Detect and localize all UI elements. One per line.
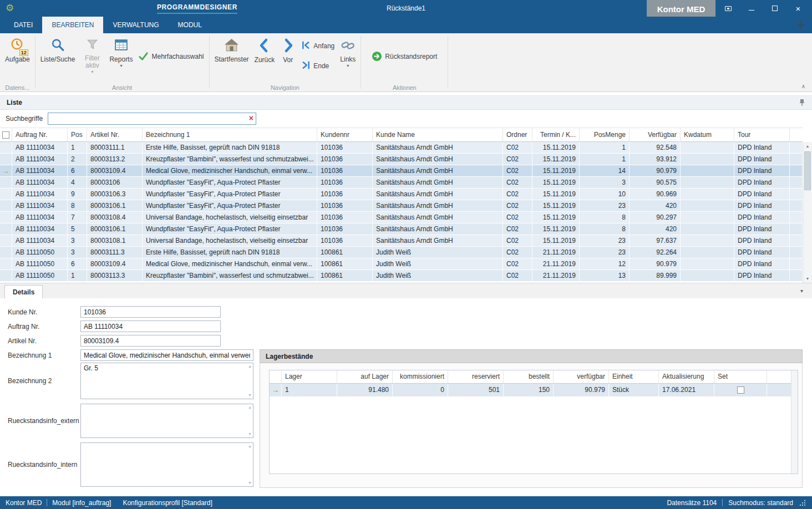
scroll-up-icon[interactable]: ▲ [248, 444, 252, 448]
artikel-nr-field[interactable] [80, 335, 221, 347]
lager-column-header-lager[interactable]: Lager [282, 370, 337, 383]
select-all-checkbox[interactable] [2, 131, 9, 139]
cell-tour: DPD Inland [734, 258, 790, 269]
column-header-tour[interactable]: Tour [734, 128, 790, 141]
lager-column-header-bestellt[interactable]: bestellt [504, 370, 554, 383]
table-row[interactable]: AB 11110034180003111.1Erste Hilfe, Basis… [0, 142, 803, 154]
vor-button[interactable]: Vor [277, 35, 298, 65]
lager-column-header-kommissioniert[interactable]: kommissioniert [393, 370, 448, 383]
lager-column-header-set[interactable]: Set [714, 370, 767, 383]
rueckstandsinfo-intern-field[interactable] [80, 442, 253, 487]
column-header-pos[interactable]: Pos [68, 128, 87, 141]
row-selector[interactable] [0, 154, 12, 165]
rueckstandsreport-button[interactable]: Rückstandsreport [369, 48, 440, 64]
collapse-ribbon-icon[interactable]: ∧ [801, 83, 805, 89]
table-row[interactable]: AB 11110050380003111.3Erste Hilfe, Basis… [0, 247, 803, 258]
links-button[interactable]: Links ▾ [337, 35, 358, 69]
lager-scrollbar[interactable] [791, 370, 798, 474]
auftrag-nr-field[interactable] [80, 320, 221, 332]
resize-grip[interactable] [799, 499, 806, 507]
mehrfachauswahl-button[interactable]: Mehrfachauswahl [135, 48, 206, 64]
table-row[interactable]: →AB 11110034680003109.4Medical Glove, me… [0, 165, 803, 177]
statusbar-datensaetze: Datensätze 1104 [667, 499, 717, 507]
tab-verwaltung[interactable]: VERWALTUNG [103, 17, 168, 33]
table-row[interactable]: AB 11110034480003106Wundpflaster "EasyFi… [0, 177, 803, 189]
pin-icon[interactable] [799, 99, 805, 106]
lager-column-header-einheit[interactable]: Einheit [609, 370, 659, 383]
tab-details[interactable]: Details [4, 285, 43, 298]
zurueck-button[interactable]: Zurück [252, 35, 278, 65]
column-header-termin[interactable]: Termin / K... [532, 128, 580, 141]
row-selector[interactable] [0, 189, 12, 200]
scroll-up-icon[interactable]: ▲ [248, 364, 252, 368]
row-selector[interactable] [0, 200, 12, 211]
tab-bearbeiten[interactable]: BEARBEITEN [42, 17, 103, 33]
startfenster-button[interactable]: Startfenster [212, 35, 252, 64]
row-selector[interactable] [0, 177, 12, 188]
table-row[interactable]: AB 11110034580003106.1Wundpflaster "Easy… [0, 223, 803, 235]
ende-button[interactable]: Ende [298, 59, 337, 73]
filter-aktiv-button[interactable]: Filter aktiv ▾ [78, 35, 106, 75]
lager-column-header-auf_lager[interactable]: auf Lager [337, 370, 393, 383]
row-selector[interactable] [0, 212, 12, 223]
anfang-button[interactable]: Anfang [298, 39, 337, 53]
table-row[interactable]: AB 11110034280003113.2Kreuzpflaster "Bam… [0, 154, 803, 165]
bezeichnung2-field[interactable]: Gr. 5 [80, 363, 253, 399]
row-selector[interactable] [0, 247, 12, 258]
select-all-cell[interactable] [0, 128, 12, 141]
tab-datei[interactable]: DATEI [4, 17, 42, 33]
liste-scrollbar[interactable]: ▲ ▼ [803, 142, 812, 283]
close-icon[interactable]: × [786, 0, 810, 17]
table-row[interactable]: AB 11110050680003109.4Medical Glove, med… [0, 258, 803, 270]
minimize-icon[interactable] [740, 0, 763, 17]
row-selector[interactable] [0, 235, 12, 246]
column-header-ordner[interactable]: Ordner [503, 128, 532, 141]
maximize-icon[interactable] [763, 0, 786, 17]
collapse-details-icon[interactable]: ▾ [800, 288, 803, 294]
column-header-kundennr[interactable]: Kundennr [317, 128, 373, 141]
rueckstandsinfo-extern-field[interactable] [80, 404, 253, 438]
row-selector[interactable] [0, 223, 12, 235]
table-row[interactable]: →191.480050115090.979Stück17.06.2021 [270, 384, 798, 397]
table-row[interactable]: AB 11110034380003108.1Universal Bandage,… [0, 235, 803, 247]
table-row[interactable]: AB 11110034780003108.4Universal Bandage,… [0, 212, 803, 223]
row-selector[interactable] [0, 258, 12, 269]
row-selector[interactable] [0, 270, 12, 281]
column-header-verfuegbar[interactable]: Verfügbar [630, 128, 681, 141]
lager-column-header-reserviert[interactable]: reserviert [448, 370, 504, 383]
row-selector[interactable]: → [270, 384, 282, 396]
column-header-posmenge[interactable]: PosMenge [580, 128, 630, 141]
set-checkbox[interactable] [737, 386, 744, 394]
table-row[interactable]: AB 11110050180003113.3Kreuzpflaster "Bam… [0, 270, 803, 282]
scroll-down-icon[interactable]: ▼ [803, 274, 812, 283]
kunde-nr-field[interactable] [80, 306, 221, 318]
scroll-down-icon[interactable]: ▼ [248, 432, 252, 436]
row-selector[interactable]: → [0, 165, 12, 176]
column-header-auftrag[interactable]: Auftrag Nr. [12, 128, 68, 141]
bezeichnung1-field[interactable] [80, 349, 253, 361]
lager-column-header-aktualisierung[interactable]: Aktualisierung [659, 370, 714, 383]
column-header-kunde[interactable]: Kunde Name [373, 128, 503, 141]
reports-button[interactable]: Reports ▾ [106, 35, 135, 69]
scroll-thumb[interactable] [804, 151, 811, 190]
column-header-kwdatum[interactable]: Kwdatum [681, 128, 734, 141]
tab-modul[interactable]: MODUL [169, 17, 211, 33]
column-header-artikel[interactable]: Artikel Nr. [87, 128, 143, 141]
gear-icon[interactable]: ⚙ [6, 2, 14, 14]
fullscreen-icon[interactable] [717, 0, 740, 17]
scroll-down-icon[interactable]: ▼ [248, 393, 252, 397]
table-row[interactable]: AB 11110034880003106.1Wundpflaster "Easy… [0, 200, 803, 212]
row-selector[interactable] [0, 142, 12, 153]
cell-artikel: 80003113.2 [87, 154, 143, 165]
search-input[interactable] [48, 113, 243, 124]
scroll-down-icon[interactable]: ▼ [248, 481, 252, 485]
aufgabe-button[interactable]: 12 Aufgabe [2, 35, 33, 64]
column-header-bezeichnung[interactable]: Bezeichnung 1 [143, 128, 317, 141]
table-row[interactable]: AB 11110034980003106.3Wundpflaster "Easy… [0, 189, 803, 200]
liste-suche-button[interactable]: Liste/Suche [38, 35, 78, 64]
lagerbestaende-panel: Lagerbestände Lagerauf Lagerkommissionie… [260, 349, 803, 488]
scroll-up-icon[interactable]: ▲ [803, 142, 812, 150]
clear-search-icon[interactable]: × [249, 114, 253, 123]
scroll-up-icon[interactable]: ▲ [248, 405, 252, 409]
lager-column-header-verfuegbar[interactable]: verfügbar [554, 370, 609, 383]
